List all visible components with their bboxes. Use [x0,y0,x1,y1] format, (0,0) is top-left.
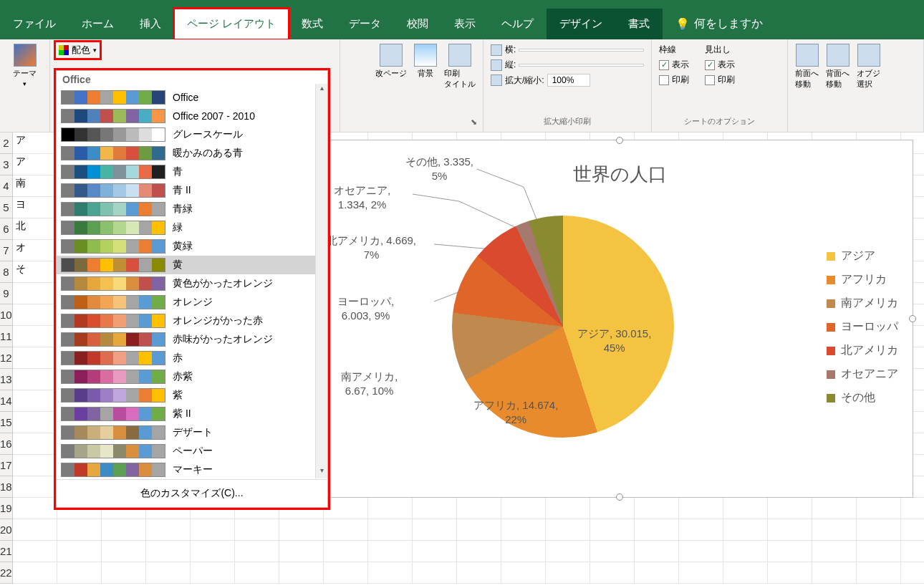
row-header[interactable]: 9 [0,283,12,304]
theme-item[interactable]: マーキー [57,461,327,479]
theme-item[interactable]: 緑 [57,218,327,237]
legend-item[interactable]: 南アメリカ [827,291,898,315]
page-break-button[interactable]: 改ページ [374,42,408,91]
legend-item[interactable]: アフリカ [827,268,898,291]
data-label-eur[interactable]: ヨーロッパ, 6.003, 9% [337,294,394,322]
row-header[interactable]: 10 [0,304,12,326]
theme-item[interactable]: オレンジがかった赤 [57,312,327,330]
row-header[interactable]: 4 [0,175,12,197]
headings-print-check[interactable]: 印刷 [703,72,736,87]
background-button[interactable]: 背景 [413,42,438,91]
cell[interactable] [13,498,57,519]
row-header[interactable]: 20 [0,519,12,541]
row-header[interactable]: 14 [0,390,12,412]
legend-item[interactable]: 北アメリカ [827,339,898,362]
theme-item[interactable]: 青緑 [57,200,327,218]
tab-design[interactable]: デザイン [547,9,615,39]
row-header[interactable]: 6 [0,218,12,240]
theme-item[interactable]: デザート [57,423,327,442]
data-label-nam[interactable]: 北アメリカ, 4.669, 7% [327,233,416,261]
scroll-down-icon[interactable]: ▾ [316,466,327,478]
row-header[interactable]: 16 [0,433,12,455]
page-setup-dialog-launcher[interactable]: ⬊ [346,115,477,129]
theme-item[interactable]: 赤 [57,349,327,367]
cell[interactable] [13,562,57,584]
cell[interactable] [13,390,57,412]
chart-legend[interactable]: アジアアフリカ南アメリカヨーロッパ北アメリカオセアニアその他 [827,244,898,410]
cell[interactable]: 南 [13,175,57,197]
theme-item[interactable]: グレースケール [57,125,327,144]
row-header[interactable]: 15 [0,412,12,433]
cell[interactable]: 北 [13,218,57,240]
scale-width[interactable]: 横: [489,42,645,57]
cell[interactable] [13,433,57,455]
cell[interactable] [13,326,57,347]
bring-forward-button[interactable]: 前面へ 移動 [794,42,820,91]
row-header[interactable]: 3 [0,154,12,175]
row-header[interactable]: 11 [0,326,12,347]
tab-file[interactable]: ファイル [0,9,69,39]
themes-button[interactable]: テーマ ▾ [6,42,44,89]
cell[interactable] [13,541,57,562]
cell[interactable] [13,455,57,476]
theme-item[interactable]: オレンジ [57,293,327,312]
theme-item[interactable]: 赤紫 [57,367,327,386]
tab-review[interactable]: 校閲 [394,9,441,39]
data-label-sam[interactable]: 南アメリカ, 6.67, 10% [341,370,398,397]
row-header[interactable]: 5 [0,197,12,218]
row-header[interactable]: 2 [0,132,12,154]
row-header[interactable]: 13 [0,369,12,390]
selection-pane-button[interactable]: オブジ 選択 [855,42,882,91]
tab-page-layout[interactable]: ページ レイアウト [174,9,289,39]
row-header[interactable]: 22 [0,562,12,584]
theme-item[interactable]: 赤味がかったオレンジ [57,330,327,349]
scale-value[interactable]: 100% [547,74,590,87]
row-header[interactable]: 17 [0,455,12,476]
customize-colors-item[interactable]: 色のカスタマイズ(C)... [57,479,327,507]
theme-item[interactable]: 暖かみのある青 [57,144,327,163]
cell[interactable]: そ [13,261,57,283]
legend-item[interactable]: ヨーロッパ [827,315,898,339]
chart-object[interactable]: 世界の人口 アジア, 30.015, 45% アフリカ, 14.674, 22%… [326,140,913,498]
cell[interactable] [13,347,57,369]
cell[interactable] [13,283,57,304]
cell[interactable]: ア [13,132,57,154]
row-header[interactable]: 7 [0,240,12,261]
row-header[interactable]: 8 [0,261,12,283]
data-label-asia[interactable]: アジア, 30.015, 45% [577,327,651,355]
tab-help[interactable]: ヘルプ [489,9,547,39]
scale-percent[interactable]: 拡大/縮小: 100% [489,72,645,88]
legend-item[interactable]: その他 [827,386,898,410]
data-label-oce[interactable]: オセアニア, 1.334, 2% [334,183,390,211]
tab-home[interactable]: ホーム [69,9,127,39]
headings-view-check[interactable]: 表示 [703,57,736,72]
cell[interactable] [13,304,57,326]
theme-item[interactable]: 黄 [57,256,327,274]
cell[interactable] [13,412,57,433]
colors-dropdown-button[interactable]: 配色 ▾ [56,42,100,58]
cell[interactable] [13,369,57,390]
theme-item[interactable]: 黄色がかったオレンジ [57,274,327,293]
row-header[interactable]: 12 [0,347,12,369]
scroll-up-icon[interactable]: ▴ [316,84,327,96]
cell[interactable]: オ [13,240,57,261]
theme-item[interactable]: 青 II [57,181,327,200]
data-label-other[interactable]: その他, 3.335, 5% [405,155,473,183]
print-titles-button[interactable]: 印刷 タイトル [443,42,477,91]
gridlines-print-check[interactable]: 印刷 [658,72,690,87]
send-backward-button[interactable]: 背面へ 移動 [824,42,851,91]
cell[interactable] [13,519,57,541]
cell[interactable]: ヨ [13,197,57,218]
theme-item[interactable]: 紫 [57,386,327,405]
theme-item[interactable]: ペーパー [57,442,327,461]
row-header[interactable]: 19 [0,498,12,519]
theme-item[interactable]: Office 2007 - 2010 [57,107,327,125]
tab-insert[interactable]: 挿入 [127,9,174,39]
cell[interactable] [13,476,57,498]
tab-formulas[interactable]: 数式 [289,9,336,39]
theme-item[interactable]: 紫 II [57,405,327,423]
theme-item[interactable]: Office [57,88,327,107]
tab-format[interactable]: 書式 [615,9,663,39]
theme-item[interactable]: 青 [57,163,327,181]
cell[interactable]: ア [13,154,57,175]
